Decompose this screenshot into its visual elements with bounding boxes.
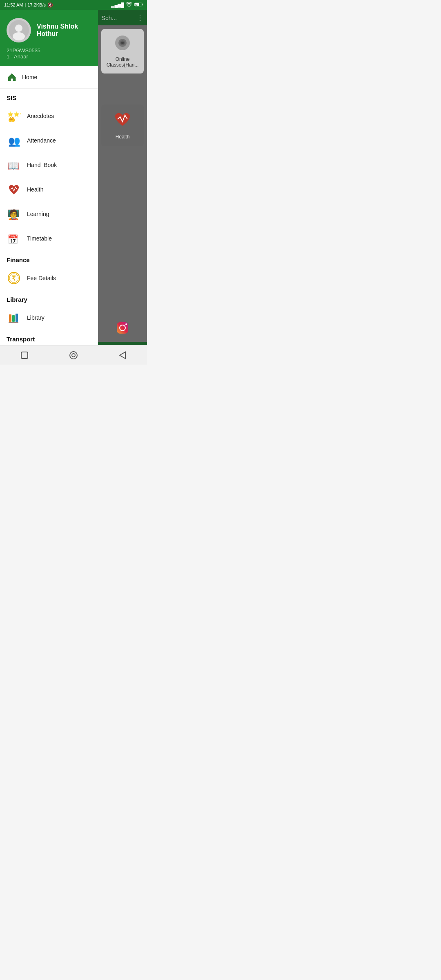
svg-rect-2 <box>142 4 143 5</box>
user-row: Vishnu Shlok Hothur <box>7 18 91 42</box>
svg-text:62: 62 <box>135 4 138 6</box>
user-id: 21PGWS0535 <box>7 47 91 53</box>
online-classes-card[interactable]: Online Classes(Han... <box>101 29 144 74</box>
more-options-icon[interactable]: ⋮ <box>136 13 144 22</box>
health-card-right[interactable]: Health <box>101 105 144 146</box>
avatar <box>7 18 31 42</box>
status-network-speed: 17.2KB/s <box>27 2 46 7</box>
timetable-icon: 📅 <box>7 231 21 246</box>
attendance-label: Attendance <box>27 137 56 144</box>
svg-point-30 <box>72 354 75 357</box>
battery-icon: 62 <box>134 2 143 8</box>
drawer-header: Vishnu Shlok Hothur 21PGWS0535 1 - Anaar <box>0 10 98 66</box>
nav-home-button[interactable] <box>67 349 80 362</box>
section-library-header: Library <box>0 290 98 305</box>
svg-text:👥: 👥 <box>8 135 20 147</box>
svg-text:🧑‍🏫: 🧑‍🏫 <box>7 209 20 220</box>
svg-point-7 <box>13 32 25 40</box>
svg-rect-19 <box>16 314 18 322</box>
right-panel: Sch... ⋮ Online Classes(Han... <box>98 10 147 345</box>
anecdotes-label: Anecdotes <box>27 113 54 119</box>
svg-point-6 <box>15 24 22 32</box>
svg-rect-20 <box>9 322 18 323</box>
svg-point-27 <box>125 323 127 325</box>
svg-point-0 <box>129 6 130 7</box>
handbook-icon: 📖 <box>7 158 21 172</box>
user-info: Vishnu Shlok Hothur <box>37 23 91 38</box>
health-label: Health <box>27 186 43 193</box>
nav-learning[interactable]: 🧑‍🏫 Learning <box>0 202 98 226</box>
nav-library[interactable]: Library <box>0 305 98 330</box>
instagram-area <box>98 316 147 342</box>
svg-text:📅: 📅 <box>7 234 19 245</box>
home-icon <box>7 72 17 82</box>
health-card-icon <box>114 111 131 131</box>
section-finance-header: Finance <box>0 251 98 266</box>
library-label: Library <box>27 314 45 321</box>
svg-rect-17 <box>9 314 11 322</box>
svg-rect-28 <box>21 352 28 359</box>
online-classes-icon <box>114 35 131 54</box>
timetable-label: Timetable <box>27 235 52 242</box>
section-transport-header: Transport <box>0 330 98 345</box>
nav-anecdotes[interactable]: ⭐⭐⭐ 🤲 Anecdotes <box>0 104 98 128</box>
nav-back-button[interactable] <box>116 349 129 362</box>
anecdotes-icon: ⭐⭐⭐ 🤲 <box>7 109 21 123</box>
section-sis-header: SIS <box>0 89 98 104</box>
status-speed: | <box>24 2 26 7</box>
svg-text:₹: ₹ <box>11 275 16 282</box>
online-classes-label: Online Classes(Han... <box>105 56 140 68</box>
svg-rect-18 <box>12 315 15 322</box>
svg-text:📖: 📖 <box>7 160 20 172</box>
health-icon <box>7 182 21 197</box>
svg-point-24 <box>121 42 124 44</box>
nav-health[interactable]: Health <box>0 177 98 202</box>
user-class: 1 - Anaar <box>7 53 91 60</box>
nav-attendance[interactable]: 👥 Attendance <box>0 128 98 153</box>
svg-point-29 <box>70 352 77 359</box>
drawer: Vishnu Shlok Hothur 21PGWS0535 1 - Anaar… <box>0 10 98 345</box>
home-nav-item[interactable]: Home <box>0 66 98 89</box>
fee-details-label: Fee Details <box>27 275 56 281</box>
nav-fee-details[interactable]: ₹ Fee Details <box>0 266 98 290</box>
home-label: Home <box>22 74 37 80</box>
mute-icon: 🔇 <box>47 2 53 8</box>
nav-handbook[interactable]: 📖 Hand_Book <box>0 153 98 177</box>
fee-icon: ₹ <box>7 271 21 285</box>
attendance-icon: 👥 <box>7 133 21 148</box>
right-panel-title: Sch... <box>101 14 117 21</box>
status-right: ▂▄▆█ 62 <box>111 2 143 8</box>
svg-marker-31 <box>120 352 125 359</box>
nav-timetable[interactable]: 📅 Timetable <box>0 226 98 251</box>
bottom-nav <box>0 345 147 365</box>
status-bar: 11:52 AM | 17.2KB/s 🔇 ▂▄▆█ 62 <box>0 0 147 10</box>
health-card-label: Health <box>116 134 130 140</box>
right-top-bar: Sch... ⋮ <box>98 10 147 25</box>
wifi-icon <box>126 2 132 8</box>
learning-label: Learning <box>27 211 49 217</box>
status-left: 11:52 AM | 17.2KB/s 🔇 <box>4 2 53 8</box>
nav-square-button[interactable] <box>18 349 31 362</box>
main-container: Vishnu Shlok Hothur 21PGWS0535 1 - Anaar… <box>0 10 147 345</box>
handbook-label: Hand_Book <box>27 162 57 168</box>
status-time: 11:52 AM <box>4 2 23 7</box>
learning-icon: 🧑‍🏫 <box>7 207 21 221</box>
user-name: Vishnu Shlok Hothur <box>37 23 91 38</box>
signal-icon: ▂▄▆█ <box>111 2 124 8</box>
library-icon <box>7 310 21 325</box>
svg-text:🤲: 🤲 <box>8 116 16 123</box>
